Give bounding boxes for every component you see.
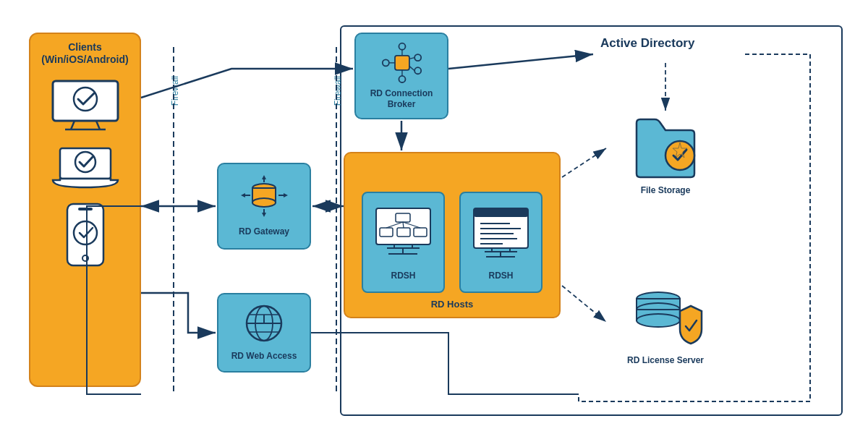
desktop-icon xyxy=(46,76,125,134)
svg-line-81 xyxy=(562,148,606,177)
firewall-1-label: Firewall xyxy=(170,76,180,106)
svg-point-71 xyxy=(637,314,680,327)
svg-line-18 xyxy=(409,58,414,59)
rdsh-1-box: RDSH xyxy=(362,192,445,293)
rd-gateway-box: RD Gateway xyxy=(217,163,311,250)
rd-broker-label: RD Connection Broker xyxy=(370,88,433,111)
rd-web-access-box: RD Web Access xyxy=(217,293,311,373)
laptop-icon xyxy=(46,141,125,199)
rdsh-2-label: RDSH xyxy=(488,271,513,281)
svg-point-14 xyxy=(414,67,421,74)
firewall-2-label: Firewall xyxy=(333,76,343,106)
svg-rect-54 xyxy=(474,208,528,217)
svg-point-15 xyxy=(399,76,405,82)
rd-hosts-label: RD Hosts xyxy=(431,299,474,310)
rd-license-label: RD License Server xyxy=(627,355,704,365)
svg-point-16 xyxy=(382,59,388,66)
svg-marker-26 xyxy=(262,175,266,179)
svg-line-19 xyxy=(409,66,414,70)
rd-hosts-box: RDSH RDSH xyxy=(344,152,561,318)
file-storage-area: File Storage xyxy=(608,112,723,195)
svg-line-1 xyxy=(71,121,75,129)
rdsh-2-box: RDSH xyxy=(459,192,542,293)
rd-web-label: RD Web Access xyxy=(231,351,297,362)
clients-box: Clients (Win/iOS/Android) xyxy=(29,33,141,387)
svg-marker-30 xyxy=(241,193,245,197)
file-storage-label: File Storage xyxy=(641,185,691,195)
svg-point-24 xyxy=(252,198,276,207)
rdsh-1-label: RDSH xyxy=(391,271,415,281)
svg-marker-28 xyxy=(262,213,266,217)
svg-line-2 xyxy=(96,121,100,129)
svg-line-80 xyxy=(448,54,593,69)
svg-rect-8 xyxy=(78,208,93,210)
svg-point-12 xyxy=(399,43,405,50)
phone-icon xyxy=(46,206,125,264)
rd-license-area: RD License Server xyxy=(608,286,723,365)
rdsh-group: RDSH RDSH xyxy=(362,192,542,293)
active-directory-label: Active Directory xyxy=(600,36,694,51)
rd-gateway-label: RD Gateway xyxy=(239,226,289,238)
svg-rect-11 xyxy=(394,56,409,70)
svg-point-13 xyxy=(414,54,421,61)
svg-line-82 xyxy=(562,286,606,322)
clients-title: Clients (Win/iOS/Android) xyxy=(41,41,128,66)
svg-marker-32 xyxy=(284,193,288,197)
diagram-container: Active Directory Clients (Win/iOS/Androi… xyxy=(14,11,854,423)
rd-connection-broker-box: RD Connection Broker xyxy=(354,33,448,119)
